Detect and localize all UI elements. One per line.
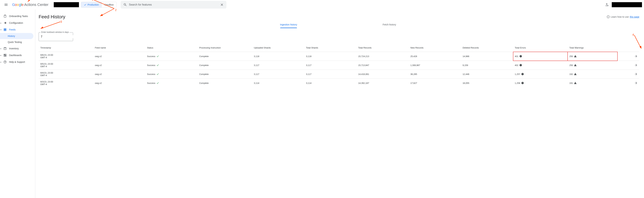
cell-status: Success — [146, 61, 198, 70]
sidebar-inventory-label: Inventory — [9, 47, 19, 50]
lookback-input[interactable] — [41, 35, 74, 38]
cell-total-errors: 1,258 — [513, 79, 568, 87]
cell-uploaded: 3,117 — [252, 70, 304, 79]
error-icon — [519, 55, 522, 58]
learn-link: Learn how to use this page — [607, 15, 639, 18]
cell-feed-name: owg.v2 — [93, 52, 146, 61]
cell-processing: Complete — [198, 61, 252, 70]
cell-total-errors: 1,257 — [513, 70, 568, 79]
th-total-errors: Total Errors — [513, 45, 568, 52]
th-deleted-records: Deleted Records — [461, 45, 513, 52]
check-icon — [156, 55, 159, 58]
check-icon — [156, 73, 159, 75]
th-status: Status — [146, 45, 198, 52]
warning-icon — [574, 73, 577, 75]
annotation-4: 4 — [632, 33, 634, 36]
settings-button[interactable] — [604, 1, 610, 8]
sidebar-item-inventory[interactable]: ▸ Inventory — [0, 45, 35, 52]
tab-ingestion-history[interactable]: Ingestion history — [238, 21, 339, 28]
sidebar-item-help[interactable]: ▸ Help & Support — [0, 59, 35, 65]
th-total-warnings: Total Warnings — [568, 45, 618, 52]
logo[interactable]: Google Actions Center — [12, 3, 48, 7]
grid-icon — [3, 28, 7, 31]
error-icon — [521, 73, 524, 75]
hamburger-icon — [4, 3, 8, 7]
person-gear-icon — [605, 3, 609, 7]
gear-icon — [3, 21, 7, 25]
sidebar-feeds-label: Feeds — [9, 28, 16, 31]
cell-new-records: 1,306,987 — [409, 61, 461, 70]
sidebar-item-dashboards[interactable]: ▸ Dashboards — [0, 52, 35, 59]
table-row: 9/6/23, 23:00GMT-4 owg.v2 Success Comple… — [39, 52, 639, 61]
error-icon — [521, 82, 524, 84]
cell-total-shards: 3,114 — [304, 79, 356, 87]
cell-uploaded: 3,118 — [252, 52, 304, 61]
sidebar-dashboards-label: Dashboards — [9, 54, 22, 57]
tabs: Ingestion history Fetch history — [39, 21, 639, 28]
row-details-button[interactable] — [633, 54, 638, 59]
sidebar-quick-testing-label: Quick Testing — [8, 41, 22, 43]
th-processing: Processing Instruction — [198, 45, 252, 52]
cell-total-warnings: 192 — [568, 70, 618, 79]
sidebar-item-configuration[interactable]: ▸ Configuration — [0, 20, 35, 26]
search-icon — [123, 3, 127, 7]
cell-total-warnings: 250 — [568, 61, 618, 70]
search-input[interactable] — [129, 3, 218, 6]
cell-processing: Complete — [198, 70, 252, 79]
warning-icon — [574, 82, 577, 84]
th-total-records: Total Records — [356, 45, 409, 52]
account-selector-redacted[interactable] — [54, 2, 79, 7]
cell-total-errors: 401 — [513, 52, 568, 61]
cell-total-records: 15,724,213 — [356, 52, 409, 61]
learn-prefix: Learn how to use — [611, 16, 629, 18]
cell-new-records: 36,285 — [409, 70, 461, 79]
clear-search-icon[interactable] — [220, 3, 224, 7]
cell-timestamp: 9/3/23, 23:00GMT-4 — [39, 79, 93, 87]
cell-status: Success — [146, 79, 198, 87]
sandbox-button[interactable]: Sandbox — [102, 2, 116, 8]
menu-button[interactable] — [2, 1, 10, 9]
account-info-redacted[interactable] — [612, 2, 642, 7]
arrow-right-icon — [634, 81, 638, 85]
arrow-right-icon — [634, 72, 638, 76]
row-details-button[interactable] — [633, 80, 638, 86]
th-feed-name: Feed name — [93, 45, 146, 52]
sidebar-help-label: Help & Support — [9, 61, 25, 63]
cell-total-errors: 402 — [513, 61, 568, 70]
cell-total-shards: 3,118 — [304, 52, 356, 61]
sidebar-item-quick-testing[interactable]: Quick Testing — [0, 39, 34, 45]
row-details-button[interactable] — [633, 62, 638, 68]
check-icon — [156, 82, 159, 84]
sidebar-item-feeds[interactable]: ▾ Feeds — [0, 26, 35, 33]
chevron-right-icon: ▸ — [0, 54, 1, 56]
cell-uploaded: 3,117 — [252, 61, 304, 70]
feed-history-table: Timestamp Feed name Status Processing In… — [39, 45, 639, 87]
warning-icon — [574, 55, 577, 58]
cell-feed-name: owg.v2 — [93, 61, 146, 70]
top-bar: Google Actions Center Production Sandbox — [0, 0, 644, 10]
row-details-button[interactable] — [633, 71, 638, 77]
search-box — [120, 1, 226, 9]
environment-toggle: Production Sandbox — [81, 2, 116, 8]
production-button[interactable]: Production — [81, 2, 102, 8]
google-logo-icon: Google — [12, 3, 24, 7]
cell-total-warnings: 250 — [568, 52, 618, 61]
chevron-down-icon: ▾ — [0, 29, 1, 31]
page-title: Feed History — [39, 14, 65, 20]
sidebar-item-history[interactable]: History — [0, 33, 34, 39]
svg-marker-23 — [640, 46, 642, 49]
product-name: Actions Center — [24, 3, 48, 7]
sandbox-label: Sandbox — [104, 3, 114, 6]
tab-fetch-history[interactable]: Fetch history — [339, 21, 440, 28]
chevron-right-icon: ▸ — [0, 48, 1, 50]
learn-this-page-link[interactable]: this page — [630, 16, 639, 18]
sidebar-item-onboarding[interactable]: Onboarding Tasks — [0, 13, 35, 20]
sidebar-onboarding-label: Onboarding Tasks — [9, 15, 28, 18]
svg-rect-3 — [521, 56, 521, 56]
lookback-label: Enter lookback window in days — [41, 31, 70, 33]
cell-total-shards: 3,117 — [304, 61, 356, 70]
cell-new-records: 25,428 — [409, 52, 461, 61]
cell-status: Success — [146, 70, 198, 79]
cell-new-records: 17,627 — [409, 79, 461, 87]
error-icon — [519, 64, 522, 66]
